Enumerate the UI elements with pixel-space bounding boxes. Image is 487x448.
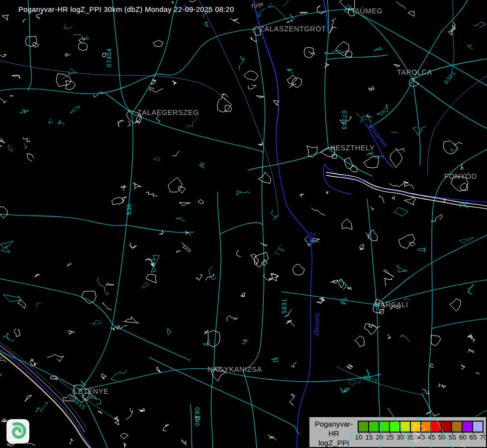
- legend-text: Poganyvar-HR logZ_PPI dbZ: [310, 419, 357, 448]
- road-label-536: 536: [126, 204, 133, 215]
- legend-cell-35: [411, 422, 420, 432]
- legend-cell-30: [400, 422, 410, 432]
- river-label-veszprem: Veszprém: [367, 121, 389, 149]
- county-label-vas: Vas: [182, 2, 193, 13]
- legend-cell-65: [473, 422, 483, 432]
- city-label-nagykanizsa: NAGYKANIZSA: [207, 365, 262, 373]
- legend-tick-label: 60: [459, 434, 467, 441]
- legend-cell-15: [369, 422, 379, 432]
- legend-tick-label: 45: [428, 434, 435, 441]
- legend-tick-label: 30: [396, 434, 404, 441]
- radar-map-canvas: SÜMEG ZALASZENTGRÓT TAPOLCA ZALAEGERSZEG…: [0, 0, 487, 448]
- legend-cell-40: [421, 422, 431, 432]
- county-border-lines: [0, 0, 487, 428]
- radar-logo-icon: [6, 419, 29, 444]
- legend-tick-label: 40: [417, 434, 425, 441]
- road-label-07343: 07343: [341, 111, 348, 129]
- legend-field: logZ_PPI: [310, 438, 357, 448]
- legend-tick-label: 35: [407, 434, 414, 441]
- city-label-zalaszentgrot: ZALASZENTGRÓT: [260, 25, 326, 33]
- road-label-07404: 07404: [106, 48, 113, 67]
- road-label-06835: 06835: [68, 394, 87, 411]
- legend-cell-25: [390, 422, 399, 432]
- legend-tick-label: 70: [480, 434, 487, 441]
- city-label-sumeg: SÜMEG: [355, 6, 383, 15]
- river-label-zala: Zala: [309, 232, 316, 244]
- city-label-letenye: LETENYE: [74, 387, 108, 395]
- road-label-8301: 8301: [442, 69, 457, 86]
- city-label-zalaegerszeg: ZALAEGERSZEG: [137, 109, 199, 116]
- secondary-road-lines: [54, 0, 454, 421]
- legend-tick-label: 15: [365, 434, 373, 441]
- city-label-fonyod: FONYÓD: [444, 172, 477, 180]
- legend-cell-60: [463, 422, 472, 432]
- city-label-marcali: MARCALI: [374, 301, 408, 309]
- settlement-outlines: [0, 0, 487, 448]
- legend-cell-45: [431, 422, 441, 432]
- county-label-somogy: Somogy: [314, 313, 321, 336]
- legend-tick-label: 50: [438, 434, 446, 441]
- radar-title: Poganyvar-HR logZ_PPI 30km (dbZ) Monday …: [18, 5, 234, 13]
- legend-tick-label: 65: [470, 434, 477, 441]
- legend-cell-55: [452, 422, 462, 432]
- legend-tick-label: 55: [449, 434, 456, 441]
- road-label-6803: 6803: [362, 374, 378, 384]
- legend-tick-label: 10: [355, 434, 362, 441]
- legend-tick-label: 25: [386, 434, 393, 441]
- legend-colorbar: [358, 421, 484, 433]
- city-label-tapolca: TAPOLCA: [397, 68, 432, 76]
- map-labels: SÜMEG ZALASZENTGRÓT TAPOLCA ZALAEGERSZEG…: [68, 0, 477, 426]
- legend-cell-10: [359, 422, 368, 432]
- legend-cell-50: [442, 422, 451, 432]
- city-label-keszthely: KESZTHELY: [330, 144, 375, 152]
- village-label-turje: Türje: [250, 0, 264, 10]
- legend-panel: Poganyvar-HR logZ_PPI dbZ 10152025303540…: [308, 416, 487, 448]
- legend-tick-label: 20: [376, 434, 383, 441]
- road-lines: [0, 0, 487, 448]
- road-label-06190: 06190: [194, 407, 200, 426]
- radar-viewer: Poganyvar-HR logZ_PPI dbZ 10152025303540…: [0, 0, 487, 448]
- lakeshore-railway-lines: [326, 172, 487, 209]
- legend-cell-20: [380, 422, 389, 432]
- river-lines: [0, 0, 487, 448]
- spiral-icon: [6, 419, 29, 444]
- road-label-5831: 5831: [281, 298, 288, 314]
- legend-product: Poganyvar-HR: [310, 419, 357, 438]
